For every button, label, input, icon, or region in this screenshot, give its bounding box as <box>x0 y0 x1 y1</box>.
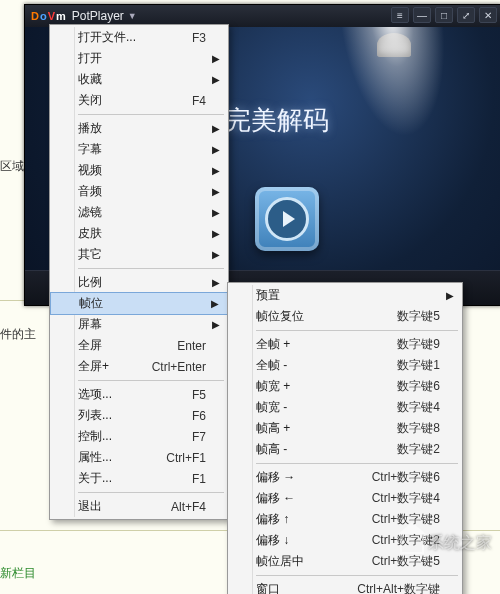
play-logo-icon <box>255 187 319 251</box>
main-menu-item[interactable]: 收藏▶ <box>50 69 228 90</box>
bg-footer[interactable]: 新栏目 <box>0 565 36 582</box>
main-menu-item[interactable]: 滤镜▶ <box>50 202 228 223</box>
main-menu-item[interactable]: 全屏Enter <box>50 335 228 356</box>
sub-menu-item-label: 偏移 → <box>256 469 372 486</box>
main-menu-item-label: 全屏 <box>78 337 177 354</box>
minimize-button[interactable]: — <box>413 7 431 23</box>
main-menu-item[interactable]: 控制...F7 <box>50 426 228 447</box>
sub-menu-item[interactable]: 帧高 -数字键2 <box>228 439 462 460</box>
sub-menu-item-label: 帧高 - <box>256 441 397 458</box>
main-menu-item-label: 列表... <box>78 407 192 424</box>
main-menu-item-shortcut: Ctrl+Enter <box>152 360 206 374</box>
sub-menu-item[interactable]: 全帧 +数字键9 <box>228 334 462 355</box>
submenu-arrow-icon: ▶ <box>212 144 220 155</box>
submenu-arrow-icon: ▶ <box>446 290 454 301</box>
sub-menu-item-shortcut: Ctrl+数字键8 <box>372 511 440 528</box>
sub-menu-item-label: 偏移 ↑ <box>256 511 372 528</box>
main-menu-item-label: 关于... <box>78 470 192 487</box>
submenu-arrow-icon: ▶ <box>212 123 220 134</box>
app-title[interactable]: PotPlayer <box>72 9 124 23</box>
main-menu-item[interactable]: 视频▶ <box>50 160 228 181</box>
context-menu-main: 打开文件...F3打开▶收藏▶关闭F4播放▶字幕▶视频▶音频▶滤镜▶皮肤▶其它▶… <box>49 24 229 520</box>
main-menu-item-label: 控制... <box>78 428 192 445</box>
sub-menu-item-label: 预置 <box>256 287 440 304</box>
main-menu-item[interactable]: 关于...F1 <box>50 468 228 489</box>
main-menu-item[interactable]: 列表...F6 <box>50 405 228 426</box>
main-menu-separator <box>78 492 224 493</box>
main-menu-item[interactable]: 选项...F5 <box>50 384 228 405</box>
main-menu-item-label: 全屏+ <box>78 358 152 375</box>
main-menu-item[interactable]: 音频▶ <box>50 181 228 202</box>
main-menu-item-shortcut: Enter <box>177 339 206 353</box>
submenu-arrow-icon: ▶ <box>212 53 220 64</box>
context-menu-frame: 预置▶帧位复位数字键5全帧 +数字键9全帧 -数字键1帧宽 +数字键6帧宽 -数… <box>227 282 463 594</box>
sub-menu-item-shortcut: Ctrl+数字键4 <box>372 490 440 507</box>
sub-menu-item-shortcut: Ctrl+数字键6 <box>372 469 440 486</box>
sub-menu-item-shortcut: Ctrl+Alt+数字键 <box>357 581 440 594</box>
close-button[interactable]: ✕ <box>479 7 497 23</box>
submenu-arrow-icon: ▶ <box>211 298 219 309</box>
sub-menu-item[interactable]: 帧位复位数字键5 <box>228 306 462 327</box>
sub-menu-item-shortcut: 数字键2 <box>397 441 440 458</box>
sub-menu-item[interactable]: 偏移 →Ctrl+数字键6 <box>228 467 462 488</box>
main-menu-item-label: 选项... <box>78 386 192 403</box>
sub-menu-item[interactable]: 帧宽 +数字键6 <box>228 376 462 397</box>
sub-menu-item[interactable]: 帧宽 -数字键4 <box>228 397 462 418</box>
main-menu-item[interactable]: 打开▶ <box>50 48 228 69</box>
sub-menu-item[interactable]: 偏移 ↑Ctrl+数字键8 <box>228 509 462 530</box>
sub-menu-item-label: 帧位复位 <box>256 308 397 325</box>
main-menu-item-shortcut: F7 <box>192 430 206 444</box>
sub-menu-item-label: 全帧 - <box>256 357 397 374</box>
main-menu-item-label: 打开文件... <box>78 29 192 46</box>
main-menu-item[interactable]: 退出Alt+F4 <box>50 496 228 517</box>
main-menu-separator <box>78 268 224 269</box>
main-menu-item-label: 播放 <box>78 120 206 137</box>
main-menu-item[interactable]: 字幕▶ <box>50 139 228 160</box>
main-menu-item[interactable]: 全屏+Ctrl+Enter <box>50 356 228 377</box>
main-menu-item[interactable]: 皮肤▶ <box>50 223 228 244</box>
main-menu-item[interactable]: 屏幕▶ <box>50 314 228 335</box>
main-menu-item-shortcut: F3 <box>192 31 206 45</box>
main-menu-item-shortcut: F6 <box>192 409 206 423</box>
sub-menu-item-shortcut: 数字键1 <box>397 357 440 374</box>
submenu-arrow-icon: ▶ <box>212 277 220 288</box>
main-menu-item[interactable]: 其它▶ <box>50 244 228 265</box>
maximize-button[interactable]: □ <box>435 7 453 23</box>
sub-menu-item[interactable]: 偏移 ←Ctrl+数字键4 <box>228 488 462 509</box>
main-menu-item-label: 皮肤 <box>78 225 206 242</box>
bg-text-2: 件的主 <box>0 326 36 343</box>
main-menu-item-label: 退出 <box>78 498 171 515</box>
sub-menu-separator <box>256 575 458 576</box>
main-menu-item[interactable]: 播放▶ <box>50 118 228 139</box>
main-menu-item[interactable]: 属性...Ctrl+F1 <box>50 447 228 468</box>
sub-menu-item-label: 帧宽 - <box>256 399 397 416</box>
main-menu-separator <box>78 114 224 115</box>
light-beam <box>332 27 470 165</box>
sub-menu-item-shortcut: 数字键4 <box>397 399 440 416</box>
main-menu-item-label: 比例 <box>78 274 206 291</box>
main-menu-item-label: 关闭 <box>78 92 192 109</box>
fullscreen-button[interactable]: ⤢ <box>457 7 475 23</box>
sub-menu-item[interactable]: 偏移 ↓Ctrl+数字键2 <box>228 530 462 551</box>
sub-menu-item[interactable]: 预置▶ <box>228 285 462 306</box>
sub-menu-item-label: 偏移 ↓ <box>256 532 372 549</box>
window-extra-button[interactable]: ≡ <box>391 7 409 23</box>
sub-menu-item[interactable]: 帧高 +数字键8 <box>228 418 462 439</box>
sub-menu-item-shortcut: 数字键8 <box>397 420 440 437</box>
main-menu-item[interactable]: 关闭F4 <box>50 90 228 111</box>
app-logo: DoVm <box>31 10 66 22</box>
sub-menu-item-label: 窗口 <box>256 581 357 594</box>
sub-menu-item-label: 帧宽 + <box>256 378 397 395</box>
main-menu-item[interactable]: 比例▶ <box>50 272 228 293</box>
main-menu-item-label: 音频 <box>78 183 206 200</box>
main-menu-item-label: 字幕 <box>78 141 206 158</box>
sub-menu-item[interactable]: 全帧 -数字键1 <box>228 355 462 376</box>
main-menu-item[interactable]: 帧位▶ <box>50 292 228 315</box>
title-dropdown-icon[interactable]: ▼ <box>128 11 137 21</box>
sub-menu-item[interactable]: 窗口Ctrl+Alt+数字键 <box>228 579 462 594</box>
main-menu-item[interactable]: 打开文件...F3 <box>50 27 228 48</box>
main-menu-item-label: 属性... <box>78 449 166 466</box>
submenu-arrow-icon: ▶ <box>212 249 220 260</box>
sub-menu-item[interactable]: 帧位居中Ctrl+数字键5 <box>228 551 462 572</box>
main-menu-separator <box>78 380 224 381</box>
